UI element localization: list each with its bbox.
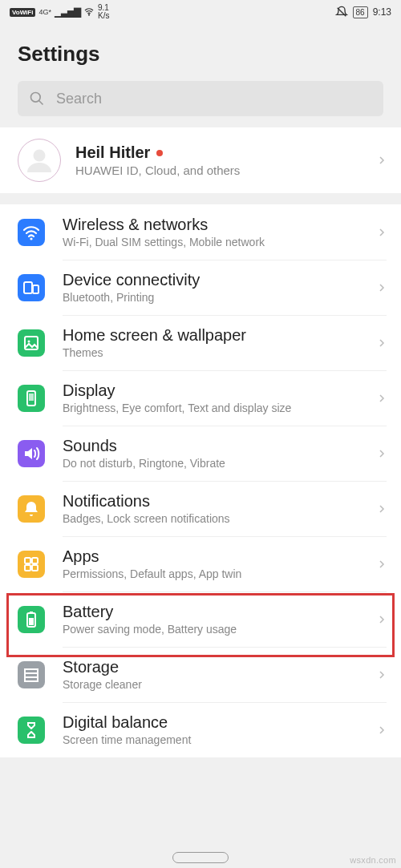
account-name: Heil Hitler xyxy=(75,143,150,162)
dnd-icon xyxy=(335,6,348,18)
settings-row-battery[interactable]: BatteryPower saving mode, Battery usage xyxy=(0,591,401,647)
row-text: BatteryPower saving mode, Battery usage xyxy=(63,603,377,636)
row-text: Device connectivityBluetooth, Printing xyxy=(63,271,377,304)
grid-icon xyxy=(18,551,45,578)
row-sub: Themes xyxy=(63,346,377,359)
status-bar: VoWiFi 4G* ▁▃▅▇ 9.1 K/s 86 9:13 xyxy=(0,0,401,24)
status-left: VoWiFi 4G* ▁▃▅▇ 9.1 K/s xyxy=(10,4,109,20)
chevron-right-icon xyxy=(377,612,387,628)
settings-row-sounds[interactable]: SoundsDo not disturb, Ringtone, Vibrate xyxy=(0,426,401,481)
settings-row-digital[interactable]: Digital balanceScreen time management xyxy=(0,702,401,757)
settings-row-device[interactable]: Device connectivityBluetooth, Printing xyxy=(0,260,401,315)
chevron-right-icon xyxy=(377,556,387,572)
row-title: Battery xyxy=(63,603,377,621)
chevron-right-icon xyxy=(377,667,387,683)
settings-row-wireless[interactable]: Wireless & networksWi-Fi, Dual SIM setti… xyxy=(0,204,401,260)
speed-indicator: 9.1 K/s xyxy=(98,4,109,20)
row-title: Storage xyxy=(63,658,377,676)
clock: 9:13 xyxy=(373,6,391,18)
row-sub: Brightness, Eye comfort, Text and displa… xyxy=(63,402,377,414)
account-text: Heil Hitler HUAWEI ID, Cloud, and others xyxy=(75,143,377,177)
row-sub: Do not disturb, Ringtone, Vibrate xyxy=(63,457,377,470)
row-text: Home screen & wallpaperThemes xyxy=(63,326,377,359)
account-row[interactable]: Heil Hitler HUAWEI ID, Cloud, and others xyxy=(0,127,401,193)
signal-icon: ▁▃▅▇ xyxy=(55,6,80,18)
settings-list: Wireless & networksWi-Fi, Dual SIM setti… xyxy=(0,204,401,757)
row-title: Apps xyxy=(63,547,377,566)
row-title: Notifications xyxy=(63,492,377,511)
row-text: Digital balanceScreen time management xyxy=(63,713,377,746)
settings-row-display[interactable]: DisplayBrightness, Eye comfort, Text and… xyxy=(0,370,401,426)
row-sub: Screen time management xyxy=(63,733,377,746)
row-title: Display xyxy=(63,382,377,400)
chevron-right-icon xyxy=(377,390,387,406)
settings-row-notifications[interactable]: NotificationsBadges, Lock screen notific… xyxy=(0,481,401,536)
row-title: Home screen & wallpaper xyxy=(63,326,377,345)
search-icon xyxy=(29,91,45,107)
nav-pill-icon[interactable] xyxy=(172,852,229,863)
row-title: Device connectivity xyxy=(63,271,377,289)
chevron-right-icon xyxy=(377,335,387,351)
row-sub: Badges, Lock screen notifications xyxy=(63,512,377,525)
chevron-right-icon xyxy=(377,446,387,462)
row-sub: Permissions, Default apps, App twin xyxy=(63,567,377,580)
row-text: SoundsDo not disturb, Ringtone, Vibrate xyxy=(63,437,377,470)
notification-dot-icon xyxy=(156,150,163,156)
bell-icon xyxy=(18,495,45,523)
settings-row-home[interactable]: Home screen & wallpaperThemes xyxy=(0,315,401,370)
storage-icon xyxy=(18,661,45,688)
svg-point-2 xyxy=(34,150,46,162)
row-sub: Bluetooth, Printing xyxy=(63,291,377,304)
svg-point-1 xyxy=(31,93,41,103)
row-text: AppsPermissions, Default apps, App twin xyxy=(63,547,377,580)
devices-icon xyxy=(18,274,45,301)
row-text: Wireless & networksWi-Fi, Dual SIM setti… xyxy=(63,216,377,248)
row-sub: Storage cleaner xyxy=(63,678,377,691)
row-title: Wireless & networks xyxy=(63,216,377,234)
wifi-icon xyxy=(18,219,45,246)
page-title: Settings xyxy=(0,24,401,81)
row-sub: Power saving mode, Battery usage xyxy=(63,623,377,636)
network-label: 4G* xyxy=(38,8,51,16)
row-title: Sounds xyxy=(63,437,377,455)
row-text: DisplayBrightness, Eye comfort, Text and… xyxy=(63,382,377,414)
section-gap xyxy=(0,193,401,204)
row-text: StorageStorage cleaner xyxy=(63,658,377,691)
account-sub: HUAWEI ID, Cloud, and others xyxy=(75,164,377,177)
avatar xyxy=(18,139,61,182)
search-input[interactable]: Search xyxy=(18,81,383,116)
chevron-right-icon xyxy=(377,722,387,738)
settings-row-apps[interactable]: AppsPermissions, Default apps, App twin xyxy=(0,536,401,591)
vowifi-badge: VoWiFi xyxy=(10,8,35,17)
image-icon xyxy=(18,329,45,357)
wifi-status-icon xyxy=(83,7,95,17)
hourglass-icon xyxy=(18,717,45,744)
settings-row-storage[interactable]: StorageStorage cleaner xyxy=(0,647,401,702)
chevron-right-icon xyxy=(377,501,387,517)
sound-icon xyxy=(18,440,45,467)
row-sub: Wi-Fi, Dual SIM settings, Mobile network xyxy=(63,236,377,248)
account-name-line: Heil Hitler xyxy=(75,143,377,162)
chevron-right-icon xyxy=(377,280,387,296)
chevron-right-icon xyxy=(377,224,387,240)
status-right: 86 9:13 xyxy=(335,6,391,18)
svg-point-0 xyxy=(88,14,89,15)
row-text: NotificationsBadges, Lock screen notific… xyxy=(63,492,377,525)
watermark: wsxdn.com xyxy=(350,855,396,865)
battery-icon xyxy=(18,606,45,633)
row-title: Digital balance xyxy=(63,713,377,732)
search-container: Search xyxy=(0,81,401,127)
battery-indicator: 86 xyxy=(353,6,368,18)
search-placeholder: Search xyxy=(56,91,102,107)
phone-icon xyxy=(18,385,45,412)
chevron-right-icon xyxy=(377,152,387,168)
